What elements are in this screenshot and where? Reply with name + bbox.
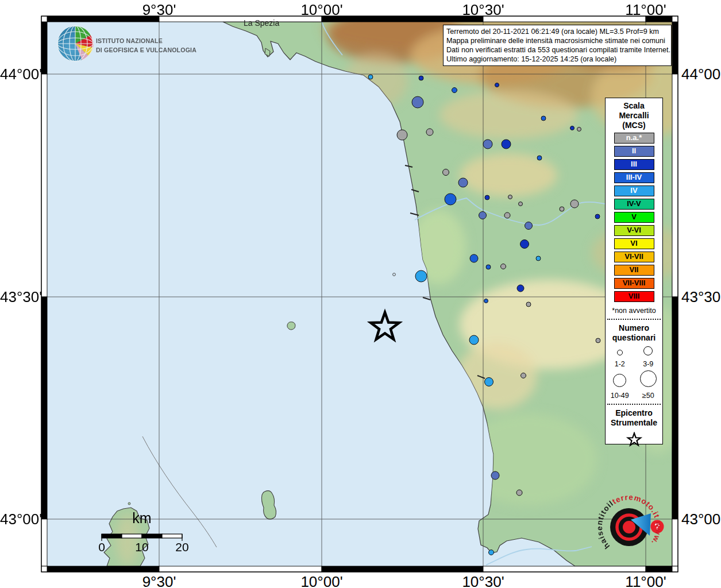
mcs-legend-entry-VI-VII: VI-VII (614, 252, 654, 262)
intensity-point-II (458, 178, 468, 187)
mcs-legend-entry-IV: IV (614, 185, 654, 196)
islet (128, 502, 130, 505)
legend-divider-2 (607, 404, 661, 405)
info-line-data-source: Dati non verificati estratti da 553 ques… (446, 45, 668, 55)
intensity-point-na (397, 130, 407, 140)
mcs-legend-entry-VIII: VIII (614, 291, 654, 302)
frame-band (41, 566, 47, 572)
intensity-point-IV (489, 550, 494, 555)
frame-band (483, 566, 646, 572)
lat-label-right-1: 43°30' (681, 288, 721, 306)
questionnaire-size-circle (643, 346, 653, 355)
mcs-legend-entry-V-VI: V-VI (614, 225, 654, 236)
ingv-line1: ISTITUTO NAZIONALE (96, 36, 196, 45)
intensity-point-na (443, 169, 449, 176)
intensity-point-III-IV (470, 254, 478, 262)
questionnaire-size-label: 3-9 (643, 360, 653, 368)
frame-band (672, 22, 678, 74)
intensity-point-na (501, 264, 506, 269)
intensity-point-III (495, 83, 499, 87)
lon-label-bottom-0: 9°30' (142, 573, 176, 588)
lon-label-top-2: 10°30' (462, 1, 504, 19)
legend-divider-1 (607, 319, 661, 320)
intensity-point-IV (469, 335, 479, 345)
intensity-point-II (412, 96, 423, 108)
earthquake-info-box: Terremoto del 20-11-2021 06:21:49 (ora l… (443, 25, 672, 66)
lat-label-right-0: 44°00' (681, 65, 721, 83)
intensity-point-III-IV (452, 88, 457, 93)
intensity-point-na (596, 338, 600, 343)
frame-band (47, 566, 159, 572)
questionnaire-title: Numero questionari (606, 323, 662, 343)
ingv-line2: DI GEOFISICA E VULCANOLOGIA (96, 45, 196, 55)
intensity-point-na (504, 212, 510, 218)
intensity-point-III (517, 285, 524, 292)
intensity-point-II (525, 222, 533, 230)
lon-label-bottom-1: 10°00' (300, 573, 342, 588)
intensity-point-III (520, 240, 529, 249)
intensity-point-III (502, 140, 511, 149)
mcs-legend-entry-III: III (614, 159, 654, 170)
intensity-point-III-IV (445, 194, 456, 205)
ingv-logo-text: ISTITUTO NAZIONALE DI GEOFISICA E VULCAN… (96, 36, 196, 55)
questionnaire-size-circle (640, 370, 657, 387)
intensity-point-II (479, 212, 487, 219)
frame-band (41, 22, 47, 74)
islet-meloria (393, 273, 396, 276)
intensity-point-III (419, 76, 423, 80)
ingv-globe-icon (57, 26, 94, 61)
intensity-point-III (595, 214, 600, 219)
lat-label-left-1: 43°30' (0, 288, 40, 306)
intensity-point-III-IV (484, 299, 488, 303)
intensity-point-IV (368, 75, 373, 79)
legend-star-icon (627, 433, 640, 445)
intensity-point-IV (536, 256, 541, 261)
mcs-legend-entry-VII-VIII: VII-VIII (614, 278, 654, 289)
macroseismic-map-page: ? haisentitoilterremoto.it www. (0, 0, 721, 588)
intensity-point-III (485, 195, 489, 200)
questionnaire-size-label: ≥50 (642, 392, 654, 400)
intensity-point-na (521, 373, 526, 378)
intensity-point-IV (415, 270, 427, 282)
intensity-point-III-IV (486, 265, 491, 269)
frame-band (159, 566, 322, 572)
legend-panel: Scala Mercalli (MCS) n.a.*IIIIIIII-IVIVI… (605, 98, 663, 444)
frame-band (672, 566, 678, 572)
mcs-legend-entry-VI: VI (614, 238, 654, 249)
legend-title: Scala Mercalli (MCS) (606, 101, 662, 130)
frame-band (672, 519, 678, 566)
info-line-map-type: Mappa preliminare delle intensità macros… (446, 36, 668, 45)
lon-label-bottom-2: 10°30' (462, 573, 504, 588)
mcs-legend-entry-V: V (614, 212, 654, 223)
intensity-point-na (508, 195, 512, 199)
lat-label-right-2: 43°00' (681, 510, 721, 528)
frame-band (41, 74, 47, 297)
intensity-point-na (570, 200, 579, 208)
questionnaire-size-label: 1-2 (615, 360, 625, 368)
questionnaire-size-key: 1-23-910-49≥50 (606, 346, 662, 400)
frame-band (646, 566, 672, 572)
intensity-point-na (426, 129, 433, 136)
info-line-updated: Ultimo aggiornamento: 15-12-2025 14:25 (… (446, 55, 668, 64)
lat-label-left-0: 44°00' (0, 65, 40, 83)
epicenter-star-key (606, 432, 662, 450)
mcs-legend-entry-IV-V: IV-V (614, 199, 654, 210)
frame-band (159, 16, 322, 22)
frame-band (41, 16, 47, 22)
mcs-legend-entry-na: n.a.* (614, 133, 654, 144)
lon-label-top-3: 11°00' (625, 1, 666, 19)
lat-label-left-2: 43°00' (0, 510, 40, 528)
scale-tick-0: 0 (98, 540, 105, 554)
intensity-point-II (483, 140, 492, 149)
intensity-point-na (516, 490, 522, 496)
scale-tick-10: 10 (135, 540, 148, 554)
intensity-point-na (577, 127, 581, 131)
questionnaire-size-label: 10-49 (611, 392, 629, 400)
questionnaire-size-circle (617, 350, 623, 355)
lon-label-bottom-3: 11°00' (625, 573, 666, 588)
intensity-point-II (491, 471, 499, 479)
intensity-point-IV (485, 378, 493, 386)
scale-tick-20: 20 (175, 540, 188, 554)
mcs-legend-entry-III-IV: III-IV (614, 172, 654, 183)
frame-band (672, 16, 678, 22)
